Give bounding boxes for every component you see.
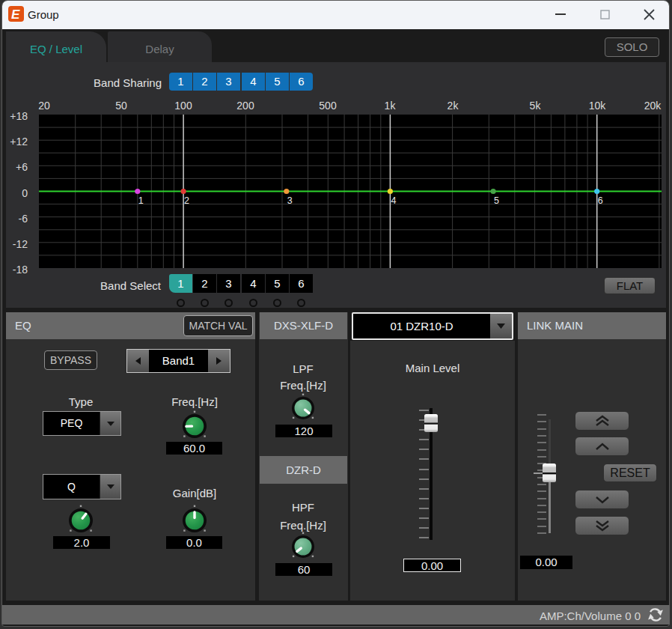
- svg-text:E: E: [11, 7, 20, 22]
- svg-text:2: 2: [184, 195, 189, 206]
- svg-text:1: 1: [138, 195, 144, 206]
- svg-text:3: 3: [287, 195, 293, 206]
- svg-text:5: 5: [494, 195, 499, 206]
- svg-text:4: 4: [391, 195, 396, 206]
- svg-text:6: 6: [598, 195, 603, 206]
